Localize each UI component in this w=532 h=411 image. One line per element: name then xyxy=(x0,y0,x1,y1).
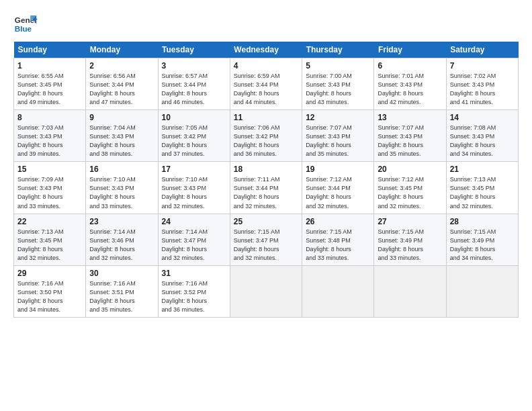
day-number: 17 xyxy=(162,165,226,174)
day-number: 24 xyxy=(162,217,226,226)
day-number: 25 xyxy=(234,217,298,226)
calendar-cell: 21Sunrise: 7:13 AM Sunset: 3:45 PM Dayli… xyxy=(446,162,518,214)
day-number: 28 xyxy=(450,217,515,226)
day-info: Sunrise: 7:09 AM Sunset: 3:43 PM Dayligh… xyxy=(17,175,82,210)
calendar-week-4: 22Sunrise: 7:13 AM Sunset: 3:45 PM Dayli… xyxy=(14,214,519,265)
logo: General Blue xyxy=(13,11,38,35)
header: General Blue xyxy=(13,11,519,35)
svg-text:Blue: Blue xyxy=(15,24,32,33)
day-info: Sunrise: 7:12 AM Sunset: 3:44 PM Dayligh… xyxy=(306,175,370,210)
day-info: Sunrise: 7:10 AM Sunset: 3:43 PM Dayligh… xyxy=(89,175,154,210)
calendar-header-friday: Friday xyxy=(374,42,446,58)
day-number: 31 xyxy=(162,269,226,278)
day-info: Sunrise: 7:04 AM Sunset: 3:43 PM Dayligh… xyxy=(89,124,154,158)
calendar-cell xyxy=(446,265,518,317)
day-info: Sunrise: 6:55 AM Sunset: 3:45 PM Dayligh… xyxy=(17,72,82,107)
day-info: Sunrise: 7:07 AM Sunset: 3:43 PM Dayligh… xyxy=(306,124,370,158)
day-number: 13 xyxy=(378,113,442,122)
calendar-cell: 15Sunrise: 7:09 AM Sunset: 3:43 PM Dayli… xyxy=(14,162,86,214)
day-info: Sunrise: 7:15 AM Sunset: 3:47 PM Dayligh… xyxy=(234,228,298,263)
calendar-cell: 20Sunrise: 7:12 AM Sunset: 3:45 PM Dayli… xyxy=(374,162,446,214)
calendar-week-2: 8Sunrise: 7:03 AM Sunset: 3:43 PM Daylig… xyxy=(14,110,519,162)
calendar-cell xyxy=(302,265,374,317)
day-number: 20 xyxy=(378,165,442,174)
day-number: 9 xyxy=(89,113,154,122)
day-info: Sunrise: 7:13 AM Sunset: 3:45 PM Dayligh… xyxy=(17,228,82,263)
page: General Blue SundayMondayTuesdayWednesda… xyxy=(0,0,532,324)
calendar-cell: 27Sunrise: 7:15 AM Sunset: 3:49 PM Dayli… xyxy=(374,214,446,265)
day-number: 26 xyxy=(306,217,370,226)
day-number: 1 xyxy=(17,61,82,71)
day-info: Sunrise: 6:57 AM Sunset: 3:44 PM Dayligh… xyxy=(162,72,226,107)
calendar-cell: 11Sunrise: 7:06 AM Sunset: 3:42 PM Dayli… xyxy=(230,110,302,162)
calendar-cell: 5Sunrise: 7:00 AM Sunset: 3:43 PM Daylig… xyxy=(302,58,374,110)
calendar-cell: 17Sunrise: 7:10 AM Sunset: 3:43 PM Dayli… xyxy=(158,162,230,214)
day-info: Sunrise: 7:00 AM Sunset: 3:43 PM Dayligh… xyxy=(306,72,370,107)
day-number: 22 xyxy=(17,217,82,226)
day-info: Sunrise: 7:07 AM Sunset: 3:43 PM Dayligh… xyxy=(378,124,442,158)
calendar-cell: 14Sunrise: 7:08 AM Sunset: 3:43 PM Dayli… xyxy=(446,110,518,162)
day-info: Sunrise: 7:15 AM Sunset: 3:48 PM Dayligh… xyxy=(306,228,370,263)
calendar-cell: 12Sunrise: 7:07 AM Sunset: 3:43 PM Dayli… xyxy=(302,110,374,162)
day-number: 6 xyxy=(378,61,442,71)
calendar-cell xyxy=(230,265,302,317)
day-number: 30 xyxy=(89,269,154,278)
day-number: 3 xyxy=(162,61,226,71)
day-number: 5 xyxy=(306,61,370,71)
calendar-header-thursday: Thursday xyxy=(302,42,374,58)
day-info: Sunrise: 7:06 AM Sunset: 3:42 PM Dayligh… xyxy=(234,124,298,158)
day-info: Sunrise: 6:59 AM Sunset: 3:44 PM Dayligh… xyxy=(234,72,298,107)
calendar-header-wednesday: Wednesday xyxy=(230,42,302,58)
day-number: 15 xyxy=(17,165,82,174)
calendar-header-monday: Monday xyxy=(86,42,158,58)
day-info: Sunrise: 7:14 AM Sunset: 3:47 PM Dayligh… xyxy=(162,228,226,263)
day-number: 2 xyxy=(89,61,154,71)
calendar-header-sunday: Sunday xyxy=(14,42,86,58)
calendar-cell: 26Sunrise: 7:15 AM Sunset: 3:48 PM Dayli… xyxy=(302,214,374,265)
calendar-cell: 13Sunrise: 7:07 AM Sunset: 3:43 PM Dayli… xyxy=(374,110,446,162)
day-info: Sunrise: 7:16 AM Sunset: 3:50 PM Dayligh… xyxy=(17,279,82,314)
day-info: Sunrise: 7:13 AM Sunset: 3:45 PM Dayligh… xyxy=(450,175,515,210)
calendar-header-saturday: Saturday xyxy=(446,42,518,58)
day-info: Sunrise: 7:02 AM Sunset: 3:43 PM Dayligh… xyxy=(450,72,515,107)
calendar-cell: 24Sunrise: 7:14 AM Sunset: 3:47 PM Dayli… xyxy=(158,214,230,265)
calendar-cell: 29Sunrise: 7:16 AM Sunset: 3:50 PM Dayli… xyxy=(14,265,86,317)
day-number: 21 xyxy=(450,165,515,174)
logo-icon: General Blue xyxy=(13,11,38,35)
calendar-cell: 8Sunrise: 7:03 AM Sunset: 3:43 PM Daylig… xyxy=(14,110,86,162)
day-number: 29 xyxy=(17,269,82,278)
day-number: 19 xyxy=(306,165,370,174)
calendar-week-5: 29Sunrise: 7:16 AM Sunset: 3:50 PM Dayli… xyxy=(14,265,519,317)
day-number: 23 xyxy=(89,217,154,226)
day-info: Sunrise: 7:08 AM Sunset: 3:43 PM Dayligh… xyxy=(450,124,515,158)
day-info: Sunrise: 7:14 AM Sunset: 3:46 PM Dayligh… xyxy=(89,228,154,263)
calendar-cell: 9Sunrise: 7:04 AM Sunset: 3:43 PM Daylig… xyxy=(86,110,158,162)
day-info: Sunrise: 7:11 AM Sunset: 3:44 PM Dayligh… xyxy=(234,175,298,210)
calendar-cell: 4Sunrise: 6:59 AM Sunset: 3:44 PM Daylig… xyxy=(230,58,302,110)
day-number: 16 xyxy=(89,165,154,174)
day-info: Sunrise: 7:15 AM Sunset: 3:49 PM Dayligh… xyxy=(378,228,442,263)
day-number: 8 xyxy=(17,113,82,122)
day-info: Sunrise: 6:56 AM Sunset: 3:44 PM Dayligh… xyxy=(89,72,154,107)
calendar-cell: 28Sunrise: 7:15 AM Sunset: 3:49 PM Dayli… xyxy=(446,214,518,265)
calendar-cell: 6Sunrise: 7:01 AM Sunset: 3:43 PM Daylig… xyxy=(374,58,446,110)
calendar-table: SundayMondayTuesdayWednesdayThursdayFrid… xyxy=(13,42,519,318)
calendar-cell: 30Sunrise: 7:16 AM Sunset: 3:51 PM Dayli… xyxy=(86,265,158,317)
day-number: 11 xyxy=(234,113,298,122)
calendar-cell: 10Sunrise: 7:05 AM Sunset: 3:42 PM Dayli… xyxy=(158,110,230,162)
calendar-week-3: 15Sunrise: 7:09 AM Sunset: 3:43 PM Dayli… xyxy=(14,162,519,214)
calendar-cell: 23Sunrise: 7:14 AM Sunset: 3:46 PM Dayli… xyxy=(86,214,158,265)
day-info: Sunrise: 7:16 AM Sunset: 3:51 PM Dayligh… xyxy=(89,279,154,314)
calendar-body: 1Sunrise: 6:55 AM Sunset: 3:45 PM Daylig… xyxy=(14,58,519,318)
calendar-cell xyxy=(374,265,446,317)
calendar-week-1: 1Sunrise: 6:55 AM Sunset: 3:45 PM Daylig… xyxy=(14,58,519,110)
calendar-cell: 22Sunrise: 7:13 AM Sunset: 3:45 PM Dayli… xyxy=(14,214,86,265)
calendar-cell: 18Sunrise: 7:11 AM Sunset: 3:44 PM Dayli… xyxy=(230,162,302,214)
calendar-cell: 19Sunrise: 7:12 AM Sunset: 3:44 PM Dayli… xyxy=(302,162,374,214)
day-number: 7 xyxy=(450,61,515,71)
day-number: 18 xyxy=(234,165,298,174)
day-number: 4 xyxy=(234,61,298,71)
day-info: Sunrise: 7:01 AM Sunset: 3:43 PM Dayligh… xyxy=(378,72,442,107)
day-info: Sunrise: 7:03 AM Sunset: 3:43 PM Dayligh… xyxy=(17,124,82,158)
day-info: Sunrise: 7:15 AM Sunset: 3:49 PM Dayligh… xyxy=(450,228,515,263)
